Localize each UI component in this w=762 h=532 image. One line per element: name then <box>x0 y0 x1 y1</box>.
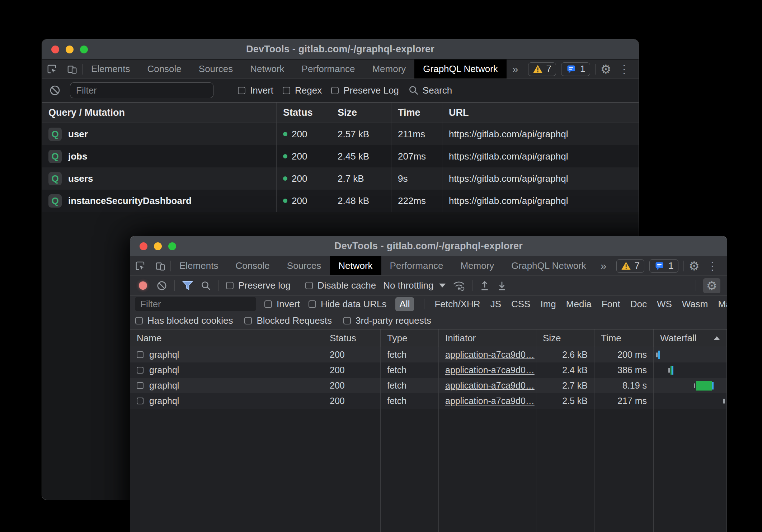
col-size[interactable]: Size <box>331 103 391 123</box>
tab-performance[interactable]: Performance <box>293 60 364 79</box>
tab-network[interactable]: Network <box>330 256 381 275</box>
filter-chip-js[interactable]: JS <box>490 299 501 310</box>
col-name[interactable]: Name <box>130 329 323 347</box>
table-row[interactable]: Qusers 200 2.7 kB 9s https://gitlab.com/… <box>42 167 639 190</box>
regex-checkbox[interactable]: Regex <box>283 85 322 96</box>
warnings-badge[interactable]: 7 <box>616 259 644 273</box>
filter-chip-doc[interactable]: Doc <box>630 299 647 310</box>
has-blocked-cookies-checkbox[interactable]: Has blocked cookies <box>135 315 233 326</box>
tab-console[interactable]: Console <box>138 60 190 79</box>
col-query-mutation[interactable]: Query / Mutation <box>42 103 277 123</box>
initiator-link[interactable]: application-a7ca9d0… <box>445 380 535 391</box>
filter-funnel-icon[interactable] <box>182 280 193 291</box>
tab-memory[interactable]: Memory <box>452 256 503 275</box>
close-window-button[interactable] <box>140 242 147 250</box>
third-party-requests-checkbox[interactable]: 3rd-party requests <box>343 315 431 326</box>
throttling-select[interactable]: No throttling <box>383 280 446 291</box>
import-har-icon[interactable] <box>480 280 490 291</box>
kebab-menu-icon[interactable]: ⋮ <box>705 260 720 272</box>
col-status[interactable]: Status <box>323 329 381 347</box>
filter-input[interactable] <box>135 297 256 311</box>
issues-badge[interactable]: 1 <box>649 259 678 273</box>
tab-console[interactable]: Console <box>227 256 278 275</box>
filter-chip-all[interactable]: All <box>395 297 414 311</box>
inspect-element-icon[interactable] <box>42 60 62 79</box>
network-conditions-icon[interactable] <box>453 280 465 291</box>
search-toggle[interactable]: Search <box>408 85 452 96</box>
row-checkbox[interactable] <box>137 398 144 404</box>
close-window-button[interactable] <box>51 46 59 53</box>
col-time[interactable]: Time <box>594 329 654 347</box>
initiator-link[interactable]: application-a7ca9d0… <box>445 396 535 406</box>
settings-gear-icon[interactable]: ⚙ <box>601 63 611 75</box>
filter-chip-wasm[interactable]: Wasm <box>682 299 708 310</box>
row-checkbox[interactable] <box>137 351 144 358</box>
table-row[interactable]: graphql 200 fetch application-a7ca9d0… 2… <box>130 362 727 378</box>
preserve-log-checkbox[interactable]: Preserve Log <box>331 85 399 96</box>
device-toolbar-icon[interactable] <box>62 60 82 79</box>
filter-chip-ws[interactable]: WS <box>657 299 672 310</box>
tab-performance[interactable]: Performance <box>381 256 452 275</box>
settings-gear-icon[interactable]: ⚙ <box>689 260 700 272</box>
disable-cache-checkbox[interactable]: Disable cache <box>305 280 376 291</box>
filter-chip-font[interactable]: Font <box>602 299 620 310</box>
filter-chip-media[interactable]: Media <box>566 299 592 310</box>
filter-chip-css[interactable]: CSS <box>511 299 530 310</box>
table-row[interactable]: Qjobs 200 2.45 kB 207ms https://gitlab.c… <box>42 145 639 167</box>
blocked-requests-checkbox[interactable]: Blocked Requests <box>244 315 332 326</box>
table-row[interactable]: graphql 200 fetch application-a7ca9d0… 2… <box>130 378 727 393</box>
col-time[interactable]: Time <box>391 103 442 123</box>
kebab-menu-icon[interactable]: ⋮ <box>616 63 632 75</box>
zoom-window-button[interactable] <box>168 242 176 250</box>
tab-elements[interactable]: Elements <box>83 60 138 79</box>
filter-chip-img[interactable]: Img <box>540 299 556 310</box>
zoom-window-button[interactable] <box>80 46 88 53</box>
tab-network[interactable]: Network <box>241 60 293 79</box>
minimize-window-button[interactable] <box>66 46 74 53</box>
table-row[interactable]: graphql 200 fetch application-a7ca9d0… 2… <box>130 347 727 362</box>
filter-chip-fetch-xhr[interactable]: Fetch/XHR <box>434 299 480 310</box>
preserve-log-checkbox[interactable]: Preserve log <box>226 280 291 291</box>
device-toolbar-icon[interactable] <box>150 256 170 275</box>
hide-data-urls-checkbox[interactable]: Hide data URLs <box>309 299 387 310</box>
tab-sources[interactable]: Sources <box>190 60 241 79</box>
titlebar[interactable]: DevTools - gitlab.com/-/graphql-explorer <box>42 39 639 60</box>
row-checkbox[interactable] <box>137 382 144 389</box>
inspect-element-icon[interactable] <box>130 256 150 275</box>
table-row[interactable]: graphql 200 fetch application-a7ca9d0… 2… <box>130 393 727 409</box>
initiator-link[interactable]: application-a7ca9d0… <box>445 350 535 360</box>
col-waterfall[interactable]: Waterfall <box>654 329 727 347</box>
record-button[interactable] <box>139 281 147 290</box>
invert-checkbox[interactable]: Invert <box>238 85 273 96</box>
tab-graphql-network[interactable]: GraphQL Network <box>414 60 507 79</box>
more-tabs-icon[interactable]: » <box>507 60 524 79</box>
export-har-icon[interactable] <box>497 280 507 291</box>
warnings-badge[interactable]: 7 <box>528 62 556 76</box>
row-checkbox[interactable] <box>137 367 144 374</box>
search-icon[interactable] <box>201 280 211 291</box>
checkbox-icon <box>283 87 290 94</box>
tab-elements[interactable]: Elements <box>171 256 227 275</box>
table-row[interactable]: QinstanceSecurityDashboard 200 2.48 kB 2… <box>42 190 639 212</box>
initiator-link[interactable]: application-a7ca9d0… <box>445 365 535 375</box>
col-initiator[interactable]: Initiator <box>439 329 536 347</box>
tab-graphql-network[interactable]: GraphQL Network <box>503 256 595 275</box>
checkbox-label: Invert <box>250 85 273 96</box>
more-tabs-icon[interactable]: » <box>595 256 612 275</box>
col-status[interactable]: Status <box>277 103 331 123</box>
clear-icon[interactable] <box>156 280 167 291</box>
titlebar[interactable]: DevTools - gitlab.com/-/graphql-explorer <box>130 236 727 256</box>
invert-checkbox[interactable]: Invert <box>264 299 300 310</box>
network-settings-button[interactable]: ⚙ <box>703 278 720 293</box>
col-size[interactable]: Size <box>536 329 594 347</box>
col-type[interactable]: Type <box>381 329 439 347</box>
table-row[interactable]: Quser 200 2.57 kB 211ms https://gitlab.c… <box>42 123 639 145</box>
tab-sources[interactable]: Sources <box>278 256 330 275</box>
filter-chip-manifest[interactable]: Manifest <box>718 299 728 310</box>
tab-memory[interactable]: Memory <box>363 60 414 79</box>
issues-badge[interactable]: 1 <box>561 62 590 76</box>
minimize-window-button[interactable] <box>154 242 162 250</box>
col-url[interactable]: URL <box>442 103 639 123</box>
filter-input[interactable] <box>70 82 213 98</box>
clear-icon[interactable] <box>49 85 61 96</box>
